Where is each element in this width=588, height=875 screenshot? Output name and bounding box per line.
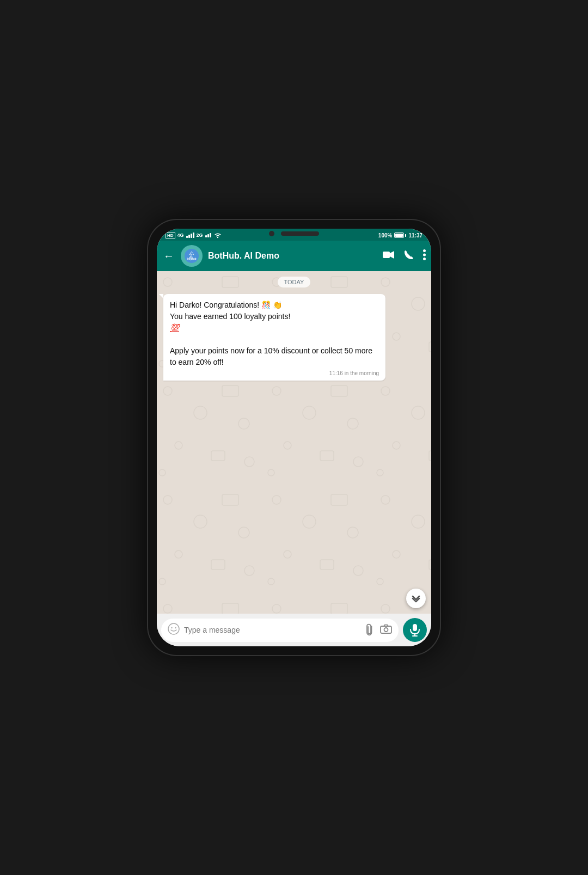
chat-header: ← bothub BotHub. AI Demo [157, 241, 431, 271]
status-left: HD 4G 2G [166, 232, 222, 238]
message-line3: Apply your points now for a 10% discount… [170, 346, 372, 366]
emoji-button[interactable] [168, 623, 180, 638]
phone-call-button[interactable] [403, 249, 414, 263]
attach-button[interactable] [362, 621, 379, 639]
date-badge: TODAY [278, 277, 311, 287]
chevron-down-icon [412, 594, 420, 603]
hd-indicator: HD [166, 232, 175, 238]
phone-icon [403, 249, 414, 260]
header-icons [383, 249, 426, 263]
battery-percent: 100% [378, 232, 393, 238]
signal-bars-2 [205, 233, 211, 237]
network2-indicator: 2G [197, 232, 203, 238]
svg-point-8 [171, 627, 172, 628]
more-options-button[interactable] [423, 249, 426, 263]
message-input-container [161, 619, 399, 642]
wifi-icon [213, 232, 222, 238]
video-camera-icon [383, 250, 395, 259]
hundred-emoji: 💯 [170, 323, 179, 332]
video-call-button[interactable] [383, 250, 395, 262]
svg-point-4 [423, 249, 426, 252]
clock: 11:37 [408, 232, 422, 238]
svg-point-0 [217, 237, 218, 238]
back-button[interactable]: ← [162, 249, 175, 264]
earpiece-speaker [281, 231, 319, 236]
svg-point-11 [384, 628, 388, 632]
bothub-logo: bothub [185, 249, 199, 263]
mic-button[interactable] [403, 618, 427, 642]
message-line2: You have earned 100 loyalty points! [170, 312, 290, 321]
microphone-icon [409, 623, 420, 637]
contact-avatar[interactable]: bothub [181, 245, 203, 267]
scroll-down-button[interactable] [406, 589, 426, 608]
svg-point-5 [423, 253, 426, 256]
signal-bars-1 [186, 232, 194, 238]
svg-point-7 [168, 623, 179, 634]
paperclip-icon [362, 621, 377, 637]
message-line1: Hi Darko! Congratulations! 🎊 👏 [170, 301, 282, 309]
svg-rect-12 [413, 624, 417, 631]
front-camera [269, 231, 274, 236]
status-right: 100% 11:37 [378, 232, 422, 238]
network1-indicator: 4G [177, 232, 184, 238]
svg-point-9 [175, 627, 176, 628]
message-input-area [157, 614, 431, 646]
chat-area: TODAY Hi Darko! Congratulations! 🎊 👏 You… [157, 271, 431, 614]
svg-point-6 [423, 258, 426, 260]
camera-icon [380, 624, 392, 634]
message-bubble: Hi Darko! Congratulations! 🎊 👏 You have … [163, 294, 385, 381]
emoji-icon [168, 623, 180, 635]
phone-screen: HD 4G 2G [157, 229, 431, 646]
phone-frame: HD 4G 2G [147, 219, 441, 656]
more-vertical-icon [423, 249, 426, 260]
svg-point-1 [185, 249, 199, 263]
svg-rect-10 [381, 626, 391, 633]
chat-messages: TODAY Hi Darko! Congratulations! 🎊 👏 You… [157, 271, 431, 386]
camera-button[interactable] [380, 624, 392, 637]
message-text: Hi Darko! Congratulations! 🎊 👏 You have … [170, 299, 379, 368]
message-text-input[interactable] [184, 626, 360, 634]
message-timestamp: 11:16 in the morning [170, 370, 379, 376]
contact-name: BotHub. AI Demo [208, 251, 377, 261]
contact-info: BotHub. AI Demo [208, 251, 377, 261]
svg-rect-3 [383, 252, 390, 258]
phone-bezel [240, 229, 348, 238]
battery-icon [394, 232, 406, 238]
